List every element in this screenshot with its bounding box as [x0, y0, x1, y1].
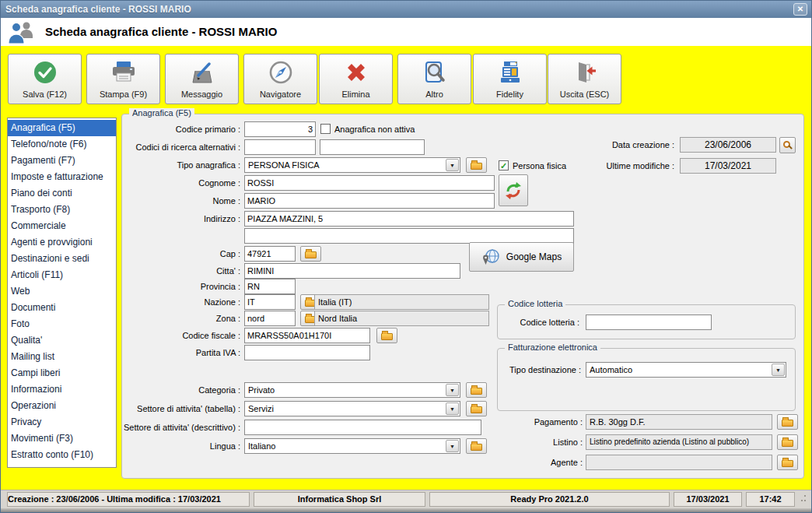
settore-descrittivo-label: Settore di attivita' (descrittivo) : [124, 420, 240, 435]
sidebar-item-operazioni[interactable]: Operazioni [8, 398, 116, 414]
data-creazione-label: Data creazione : [612, 137, 674, 153]
chevron-down-icon[interactable]: ▼ [772, 364, 785, 376]
refresh-arrows-icon [503, 180, 523, 202]
status-time: 17:42 [746, 492, 795, 507]
indirizzo-2-input[interactable] [244, 228, 574, 244]
compass-icon [244, 58, 317, 86]
sidebar-item-movimenti[interactable]: Movimenti (F3) [8, 430, 116, 447]
settore-tabella-folder-button[interactable] [466, 401, 487, 416]
navigator-button[interactable]: Navigatore [243, 54, 317, 104]
zona-input[interactable] [244, 311, 296, 326]
tipo-destinazione-label: Tipo destinazione : [509, 362, 581, 378]
titlebar: Scheda anagrafica cliente - ROSSI MARIO … [1, 1, 811, 18]
lingua-value: Italiano [248, 441, 275, 451]
categoria-folder-button[interactable] [466, 382, 487, 398]
tipo-destinazione-value: Automatico [590, 365, 632, 374]
pagamento-label: Pagamento : [534, 414, 583, 430]
anagrafica-non-attiva-checkbox[interactable] [320, 124, 331, 134]
sidebar-item-agenti[interactable]: Agenti e provvigioni [8, 234, 116, 251]
pagamento-folder-button[interactable] [777, 414, 798, 430]
google-maps-button[interactable]: Google Maps [469, 242, 574, 272]
sidebar-item-anagrafica[interactable]: Anagrafica (F5) [8, 120, 116, 136]
codice-fiscale-folder-button[interactable] [376, 328, 397, 343]
sidebar-item-imposte[interactable]: Imposte e fatturazione [8, 169, 116, 185]
indirizzo-label: Indirizzo : [204, 211, 240, 227]
status-date: 17/03/2021 [674, 492, 742, 507]
cap-folder-button[interactable] [300, 246, 321, 262]
chevron-down-icon[interactable]: ▼ [446, 159, 459, 171]
codice-fiscale-input[interactable] [244, 328, 370, 343]
sidebar-item-informazioni[interactable]: Informazioni [8, 381, 116, 398]
cap-input[interactable] [244, 246, 296, 262]
categoria-select[interactable]: Privato ▼ [244, 382, 460, 398]
altro-button-label: Altro [398, 90, 471, 99]
codice-primario-input[interactable] [244, 121, 316, 137]
citta-input[interactable] [244, 263, 460, 279]
status-app-version: Ready Pro 2021.2.0 [429, 492, 670, 507]
sidebar-item-commerciale[interactable]: Commerciale [8, 218, 116, 234]
provincia-input[interactable] [244, 279, 296, 294]
cap-label: Cap : [220, 246, 240, 262]
save-button[interactable]: Salva (F12) [8, 54, 82, 104]
altro-button[interactable]: Altro [397, 54, 471, 104]
folder-icon [782, 420, 793, 427]
sidebar-item-estratto-conto[interactable]: Estratto conto (F10) [8, 447, 116, 463]
settore-tabella-select[interactable]: Servizi ▼ [244, 401, 460, 416]
sidebar-item-piano-conti[interactable]: Piano dei conti [8, 185, 116, 202]
sidebar-item-qualita[interactable]: Qualita' [8, 332, 116, 349]
chevron-down-icon[interactable]: ▼ [446, 384, 459, 396]
exit-button[interactable]: Uscita (ESC) [548, 54, 621, 104]
save-button-label: Salva (F12) [9, 90, 81, 99]
sidebar-item-documenti[interactable]: Documenti [8, 300, 116, 316]
persona-fisica-label: Persona fisica [513, 158, 566, 174]
sidebar-item-campi-liberi[interactable]: Campi liberi [8, 365, 116, 381]
sidebar-item-privacy[interactable]: Privacy [8, 414, 116, 430]
settore-tabella-value: Servizi [248, 404, 274, 413]
sidebar-item-trasporto[interactable]: Trasporto (F8) [8, 202, 116, 218]
lingua-select[interactable]: Italiano ▼ [244, 438, 460, 454]
codice-lotteria-input[interactable] [586, 314, 712, 330]
app-window: Scheda anagrafica cliente - ROSSI MARIO … [0, 0, 812, 513]
sidebar-item-destinazioni[interactable]: Destinazioni e sedi [8, 251, 116, 267]
sidebar-item-web[interactable]: Web [8, 283, 116, 300]
codice-ricerca-1-input[interactable] [244, 139, 316, 155]
delete-x-icon [320, 58, 392, 86]
message-button-label: Messaggio [166, 90, 238, 99]
sidebar-item-articoli[interactable]: Articoli (F11) [8, 267, 116, 283]
codice-ricerca-2-input[interactable] [320, 139, 425, 155]
lingua-folder-button[interactable] [466, 438, 487, 454]
indirizzo-input[interactable] [244, 211, 574, 227]
delete-button[interactable]: Elimina [319, 54, 393, 104]
sidebar-item-foto[interactable]: Foto [8, 316, 116, 332]
print-button[interactable]: Stampa (F9) [86, 54, 160, 104]
ultime-modifiche-label: Ultime modifiche : [607, 158, 674, 174]
tipo-anagrafica-folder-button[interactable] [466, 157, 487, 173]
swap-name-button[interactable] [499, 174, 528, 206]
sidebar-item-mailing-list[interactable]: Mailing list [8, 349, 116, 365]
close-icon[interactable]: ✕ [793, 3, 807, 16]
sidebar-item-pagamenti[interactable]: Pagamenti (F7) [8, 153, 116, 169]
chevron-down-icon[interactable]: ▼ [446, 440, 459, 452]
listino-label: Listino : [553, 434, 583, 450]
tipo-destinazione-select[interactable]: Automatico ▼ [586, 362, 786, 378]
fidelity-button[interactable]: Fidelity [473, 54, 547, 104]
cognome-input[interactable] [244, 175, 495, 191]
resize-grip[interactable] [801, 495, 809, 503]
sidebar-item-telefono-note[interactable]: Telefono/note (F6) [8, 136, 116, 153]
nome-input[interactable] [244, 193, 495, 209]
partita-iva-input[interactable] [244, 345, 370, 360]
tipo-anagrafica-value: PERSONA FISICA [248, 160, 320, 170]
nazione-input[interactable] [244, 294, 296, 310]
agente-folder-button[interactable] [777, 455, 798, 470]
tipo-anagrafica-select[interactable]: PERSONA FISICA ▼ [244, 157, 460, 173]
message-button[interactable]: Messaggio [165, 54, 239, 104]
customer-people-icon [6, 19, 40, 47]
settore-descrittivo-input[interactable] [244, 420, 481, 435]
chevron-down-icon[interactable]: ▼ [446, 402, 459, 415]
pagamento-value: R.B. 30gg D.F. [586, 414, 772, 430]
listino-folder-button[interactable] [777, 434, 798, 450]
folder-icon [471, 388, 482, 395]
folder-icon [782, 440, 793, 447]
persona-fisica-checkbox[interactable] [499, 160, 509, 170]
data-creazione-search-button[interactable] [779, 137, 796, 153]
